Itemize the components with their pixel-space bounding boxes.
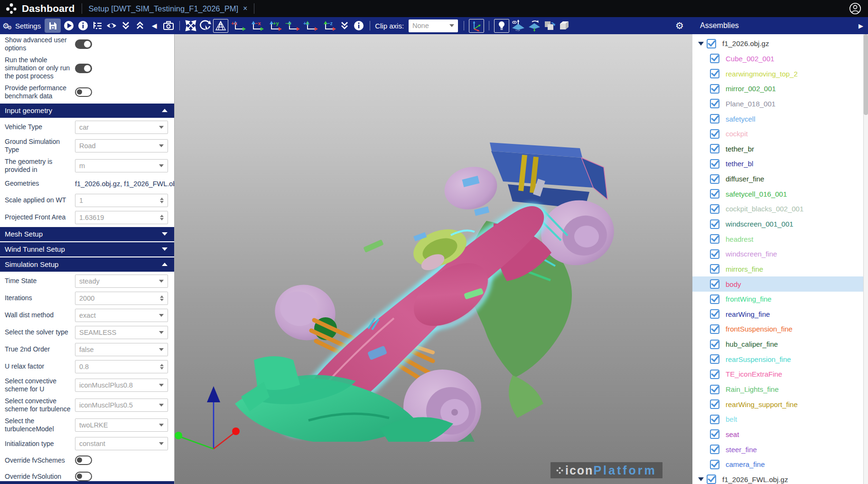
checkbox-checked-icon[interactable] <box>710 445 719 454</box>
select-field[interactable]: exact <box>75 309 168 322</box>
tree-row[interactable]: seat <box>692 427 868 442</box>
tree-row[interactable]: safetycell_016_001 <box>692 186 868 201</box>
number-stepper[interactable] <box>160 215 164 220</box>
checkbox-checked-icon[interactable] <box>710 354 719 364</box>
tree-row[interactable]: f1_2026_FWL.obj.gz <box>692 472 868 484</box>
perspective-grid-icon[interactable] <box>213 19 228 33</box>
assembly-item-label[interactable]: safetycell_016_001 <box>726 190 787 198</box>
assembly-item-label[interactable]: TE_iconExtraFine <box>726 370 782 378</box>
checkbox-checked-icon[interactable] <box>710 204 719 214</box>
checkbox-checked-icon[interactable] <box>710 460 719 469</box>
tree-row[interactable]: rearWing_support_fine <box>692 397 868 412</box>
assembly-item-label[interactable]: cockpit_blacks_002_001 <box>726 205 803 213</box>
scrollbar-thumb[interactable] <box>864 34 868 115</box>
expand-triangle-icon[interactable] <box>698 42 704 46</box>
checkbox-checked-icon[interactable] <box>710 279 719 289</box>
assembly-item-label[interactable]: rearwingmoving_top_2 <box>726 70 798 78</box>
checkbox-checked-icon[interactable] <box>710 99 719 108</box>
checkbox-checked-icon[interactable] <box>710 415 719 424</box>
number-stepper[interactable] <box>160 198 164 203</box>
f1-car-render[interactable] <box>228 138 617 442</box>
checkbox-checked-icon[interactable] <box>710 234 719 244</box>
assembly-item-label[interactable]: headrest <box>726 235 753 243</box>
assembly-item-label[interactable]: windscreen_fine <box>726 250 777 258</box>
assembly-item-label[interactable]: rearWing_support_fine <box>726 400 798 408</box>
assembly-item-label[interactable]: frontSuspension_fine <box>726 325 793 333</box>
tree-row[interactable]: hub_caliper_fine <box>692 337 868 352</box>
toggle-switch[interactable] <box>75 456 92 465</box>
checkbox-checked-icon[interactable] <box>710 324 719 334</box>
axis-minus-z-icon[interactable]: −z <box>320 19 336 33</box>
plane-rotate-icon[interactable] <box>527 19 541 33</box>
assembly-item-label[interactable]: steer_fine <box>726 446 757 454</box>
select-field[interactable]: constant <box>75 437 168 450</box>
toggle-switch[interactable] <box>75 472 92 481</box>
checkbox-checked-icon[interactable] <box>710 174 719 184</box>
assembly-item-label[interactable]: tether_br <box>726 145 754 153</box>
select-field[interactable]: iconMusclPlus0.8 <box>75 379 168 392</box>
section-header-input-geometry[interactable]: Input geometry <box>0 104 174 118</box>
tree-row[interactable]: cockpit_blacks_002_001 <box>692 201 868 217</box>
checkbox-checked-icon[interactable] <box>710 264 719 274</box>
checkbox-checked-icon[interactable] <box>710 370 719 379</box>
assembly-item-label[interactable]: mirrors_fine <box>726 265 763 273</box>
assembly-item-label[interactable]: f1_2026_FWL.obj.gz <box>722 475 788 484</box>
assembly-item-label[interactable]: safetycell <box>726 115 756 123</box>
select-field[interactable]: twoLRKE <box>75 418 168 432</box>
settings-gears-icon[interactable]: ⚙⚙ <box>1 19 13 33</box>
eye-icon[interactable] <box>105 19 118 33</box>
tree-row[interactable]: headrest <box>692 231 868 247</box>
tree-row-selected[interactable]: body <box>692 276 868 292</box>
user-avatar-icon[interactable] <box>849 2 861 15</box>
axis-triad-icon[interactable] <box>469 19 484 33</box>
checkbox-checked-icon[interactable] <box>710 129 719 139</box>
number-field[interactable]: 2000 <box>75 292 168 305</box>
rotate-view-icon[interactable] <box>199 19 211 33</box>
assembly-item-label[interactable]: cockpit <box>726 130 748 138</box>
select-field[interactable]: m <box>75 159 168 172</box>
double-chevron-down-icon[interactable] <box>120 19 132 33</box>
number-stepper[interactable] <box>160 295 164 301</box>
plane-eye-icon[interactable] <box>511 19 525 33</box>
scrollbar-track[interactable] <box>863 34 868 484</box>
clip-axis-select[interactable]: None <box>409 19 458 32</box>
assembly-item-label[interactable]: tether_bl <box>726 160 753 168</box>
save-floppy-icon[interactable] <box>45 19 61 33</box>
assembly-item-label[interactable]: rearSuspension_fine <box>726 355 791 363</box>
select-field[interactable]: Road <box>75 139 168 152</box>
checkbox-checked-icon[interactable] <box>710 399 719 409</box>
assembly-item-label[interactable]: Plane_018_001 <box>726 100 775 108</box>
number-field[interactable]: 1.63619 <box>75 211 168 224</box>
tree-row[interactable]: steer_fine <box>692 442 868 457</box>
checkbox-checked-icon[interactable] <box>710 84 719 94</box>
section-header-wind-tunnel-setup[interactable]: Wind Tunnel Setup <box>0 242 174 256</box>
assembly-item-label[interactable]: Rain_Lights_fine <box>726 385 779 393</box>
checkbox-checked-icon[interactable] <box>710 385 719 394</box>
select-field[interactable]: iconMusclPlus0.5 <box>75 399 168 412</box>
tree-row[interactable]: mirror_002_001 <box>692 81 868 96</box>
assembly-item-label[interactable]: camera_fine <box>726 460 765 468</box>
tree-row[interactable]: frontSuspension_fine <box>692 322 868 337</box>
number-stepper[interactable] <box>160 364 164 370</box>
axis-plus-y-icon[interactable]: +y <box>266 19 282 33</box>
double-chevron-down-icon[interactable] <box>338 19 351 33</box>
tree-row[interactable]: rearWing_fine <box>692 307 868 322</box>
section-header-simulation-setup[interactable]: Simulation Setup <box>0 257 174 272</box>
tree-row[interactable]: f1_2026.obj.gz <box>692 36 868 51</box>
checkbox-checked-icon[interactable] <box>710 219 719 229</box>
play-circle-icon[interactable] <box>63 19 75 33</box>
assembly-item-label[interactable]: body <box>726 280 741 288</box>
select-field[interactable]: car <box>75 121 168 134</box>
tree-row[interactable]: tether_br <box>692 141 868 156</box>
tree-row[interactable]: belt <box>692 412 868 427</box>
tree-row[interactable]: Rain_Lights_fine <box>692 382 868 397</box>
number-field[interactable]: 0.8 <box>75 360 168 373</box>
gear-icon[interactable]: ⚙ <box>675 20 684 31</box>
select-field[interactable]: SEAMLESS <box>75 326 168 339</box>
tree-row[interactable]: diffuser_fine <box>692 171 868 187</box>
select-field[interactable]: steady <box>75 275 168 288</box>
panel-collapse-icon[interactable]: ▶ <box>859 22 863 29</box>
checkbox-checked-icon[interactable] <box>710 309 719 319</box>
toggle-switch[interactable] <box>75 64 92 73</box>
lightbulb-icon[interactable] <box>494 19 509 33</box>
